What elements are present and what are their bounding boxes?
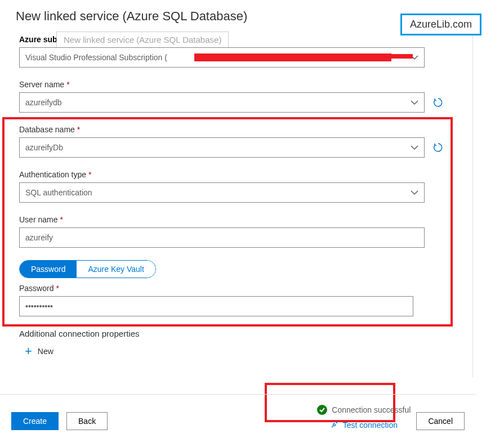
bottom-toolbar: Create Back Connection successful Test c… (0, 394, 476, 430)
server-label: Server name * (19, 80, 456, 89)
subscription-dropdown[interactable]: Visual Studio Professional Subscription … (19, 47, 425, 68)
server-value: azureifydb (25, 98, 411, 107)
connection-success-text: Connection successful (332, 405, 411, 414)
required-marker: * (66, 80, 69, 89)
linked-service-panel: New linked service (Azure SQL Database) … (0, 0, 473, 359)
required-marker: * (56, 284, 59, 293)
cancel-button[interactable]: Cancel (416, 412, 465, 430)
auth-type-value: SQL authentication (25, 188, 411, 197)
auth-type-label: Authentication type * (19, 170, 456, 179)
username-label: User name * (19, 215, 456, 224)
ghost-title: New linked service (Azure SQL Database) (56, 32, 229, 47)
check-icon (317, 405, 327, 415)
auth-type-dropdown[interactable]: SQL authentication (19, 182, 425, 203)
back-button[interactable]: Back (66, 412, 108, 430)
create-button[interactable]: Create (11, 412, 59, 430)
password-label: Password * (19, 284, 456, 293)
test-connection-button[interactable]: Test connection (331, 419, 398, 430)
new-property-button[interactable]: + New (25, 344, 53, 359)
tab-password[interactable]: Password (20, 261, 77, 278)
password-section: Password Azure Key Vault Password * (19, 260, 456, 316)
password-input[interactable] (19, 296, 413, 316)
additional-props-title: Additional connection properties (19, 329, 456, 338)
chevron-down-icon (411, 145, 418, 150)
database-label-text: Database name (19, 125, 75, 134)
required-marker: * (77, 125, 80, 134)
plug-icon (331, 419, 340, 430)
server-field: Server name * azureifydb (19, 80, 456, 113)
password-label-text: Password (19, 284, 53, 293)
page-title: New linked service (Azure SQL Database) (16, 9, 462, 24)
username-label-text: User name (19, 215, 57, 224)
database-value: azureifyDb (25, 143, 411, 152)
redaction-bar (194, 53, 391, 61)
tab-azure-key-vault[interactable]: Azure Key Vault (77, 261, 155, 278)
server-dropdown[interactable]: azureifydb (19, 92, 425, 113)
new-button-label: New (38, 347, 53, 356)
chevron-down-icon (411, 190, 418, 195)
database-field: Database name * azureifyDb (19, 125, 456, 158)
watermark: AzureLib.com (400, 14, 481, 35)
username-field: User name * (19, 215, 456, 248)
database-label: Database name * (19, 125, 456, 134)
server-label-text: Server name (19, 80, 64, 89)
redaction-bar-2 (390, 54, 413, 59)
chevron-down-icon (411, 100, 418, 105)
required-marker: * (60, 215, 63, 224)
database-dropdown[interactable]: azureifyDb (19, 137, 425, 158)
refresh-server-button[interactable] (432, 97, 444, 108)
test-connection-label: Test connection (343, 421, 398, 430)
password-tab-group: Password Azure Key Vault (19, 260, 156, 278)
connection-status-area: Connection successful Test connection (317, 405, 411, 430)
plus-icon: + (25, 344, 32, 359)
required-marker: * (88, 170, 91, 179)
username-input[interactable] (19, 227, 425, 248)
auth-type-label-text: Authentication type (19, 170, 86, 179)
auth-type-field: Authentication type * SQL authentication (19, 170, 456, 203)
connection-success-status: Connection successful (317, 405, 411, 415)
refresh-database-button[interactable] (432, 142, 444, 153)
scrollbar-track[interactable] (472, 34, 473, 377)
